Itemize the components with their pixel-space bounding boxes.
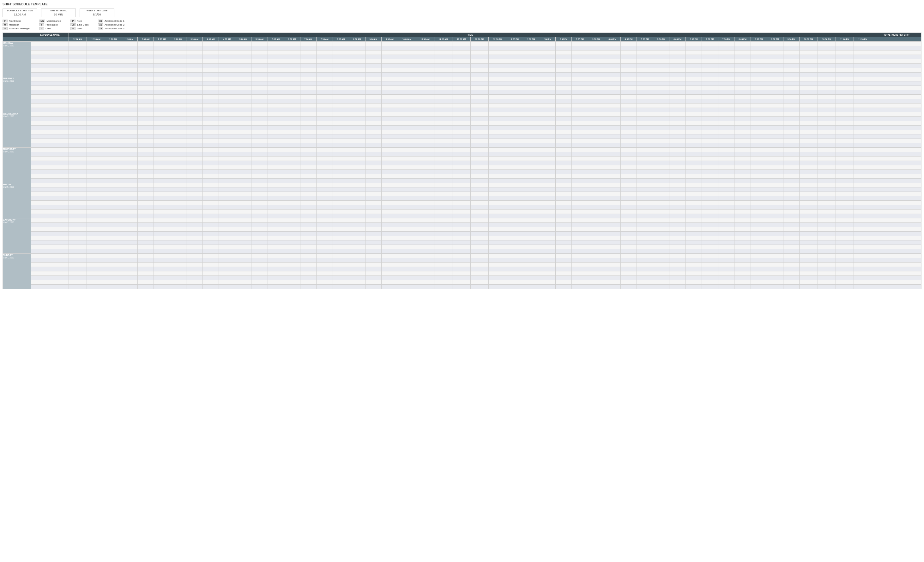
time-slot-cell[interactable] [235, 73, 251, 77]
time-slot-cell[interactable] [783, 99, 799, 103]
time-slot-cell[interactable] [539, 90, 555, 95]
time-slot-cell[interactable] [121, 108, 137, 112]
time-slot-cell[interactable] [489, 276, 507, 280]
time-slot-cell[interactable] [767, 192, 783, 196]
time-slot-cell[interactable] [398, 77, 416, 81]
time-slot-cell[interactable] [818, 126, 836, 130]
time-slot-cell[interactable] [539, 187, 555, 192]
time-slot-cell[interactable] [818, 249, 836, 254]
time-slot-cell[interactable] [170, 170, 186, 174]
time-slot-cell[interactable] [604, 218, 620, 223]
time-slot-cell[interactable] [604, 271, 620, 276]
time-slot-cell[interactable] [653, 209, 669, 214]
time-slot-cell[interactable] [686, 263, 702, 267]
time-slot-cell[interactable] [751, 196, 766, 201]
time-slot-cell[interactable] [718, 108, 734, 112]
time-slot-cell[interactable] [137, 99, 153, 103]
time-slot-cell[interactable] [818, 227, 836, 232]
time-slot-cell[interactable] [588, 81, 604, 86]
time-slot-cell[interactable] [470, 271, 488, 276]
time-slot-cell[interactable] [751, 280, 766, 285]
time-slot-cell[interactable] [572, 148, 588, 152]
time-slot-cell[interactable] [452, 192, 471, 196]
time-slot-cell[interactable] [836, 81, 854, 86]
time-slot-cell[interactable] [751, 223, 766, 227]
time-slot-cell[interactable] [470, 77, 488, 81]
time-slot-cell[interactable] [235, 276, 251, 280]
time-slot-cell[interactable] [718, 232, 734, 236]
time-slot-cell[interactable] [604, 152, 620, 157]
time-slot-cell[interactable] [235, 209, 251, 214]
time-slot-cell[interactable] [154, 241, 170, 245]
time-slot-cell[interactable] [702, 99, 718, 103]
time-slot-cell[interactable] [489, 86, 507, 90]
time-slot-cell[interactable] [507, 135, 523, 139]
time-slot-cell[interactable] [333, 201, 349, 205]
time-slot-cell[interactable] [470, 205, 488, 209]
time-slot-cell[interactable] [539, 201, 555, 205]
time-slot-cell[interactable] [398, 81, 416, 86]
time-slot-cell[interactable] [300, 179, 316, 183]
time-slot-cell[interactable] [349, 205, 365, 209]
time-slot-cell[interactable] [818, 179, 836, 183]
time-slot-cell[interactable] [154, 245, 170, 249]
time-slot-cell[interactable] [702, 86, 718, 90]
time-slot-cell[interactable] [751, 139, 766, 143]
time-slot-cell[interactable] [316, 280, 333, 285]
time-slot-cell[interactable] [539, 218, 555, 223]
time-slot-cell[interactable] [735, 280, 751, 285]
time-slot-cell[interactable] [416, 285, 434, 289]
time-slot-cell[interactable] [137, 126, 153, 130]
time-slot-cell[interactable] [87, 95, 105, 99]
time-slot-cell[interactable] [300, 117, 316, 121]
time-slot-cell[interactable] [653, 135, 669, 139]
time-slot-cell[interactable] [783, 174, 799, 179]
time-slot-cell[interactable] [836, 73, 854, 77]
time-slot-cell[interactable] [818, 103, 836, 108]
time-slot-cell[interactable] [800, 68, 818, 73]
time-slot-cell[interactable] [489, 263, 507, 267]
time-slot-cell[interactable] [87, 192, 105, 196]
time-slot-cell[interactable] [702, 174, 718, 179]
employee-name-cell[interactable] [31, 271, 69, 276]
time-slot-cell[interactable] [620, 165, 636, 170]
time-slot-cell[interactable] [637, 232, 653, 236]
time-slot-cell[interactable] [202, 95, 219, 99]
time-slot-cell[interactable] [669, 68, 686, 73]
time-slot-cell[interactable] [637, 241, 653, 245]
time-slot-cell[interactable] [186, 205, 202, 209]
time-slot-cell[interactable] [87, 86, 105, 90]
time-slot-cell[interactable] [382, 161, 398, 165]
time-slot-cell[interactable] [507, 196, 523, 201]
time-slot-cell[interactable] [470, 249, 488, 254]
time-slot-cell[interactable] [186, 135, 202, 139]
time-slot-cell[interactable] [219, 59, 235, 64]
time-slot-cell[interactable] [507, 280, 523, 285]
time-slot-cell[interactable] [333, 112, 349, 117]
time-slot-cell[interactable] [170, 280, 186, 285]
time-slot-cell[interactable] [333, 232, 349, 236]
time-slot-cell[interactable] [202, 117, 219, 121]
time-slot-cell[interactable] [767, 81, 783, 86]
time-slot-cell[interactable] [202, 245, 219, 249]
time-slot-cell[interactable] [284, 68, 300, 73]
time-slot-cell[interactable] [637, 271, 653, 276]
time-slot-cell[interactable] [489, 95, 507, 99]
time-slot-cell[interactable] [489, 51, 507, 55]
time-slot-cell[interactable] [523, 174, 539, 179]
time-slot-cell[interactable] [202, 258, 219, 263]
time-slot-cell[interactable] [702, 183, 718, 187]
time-slot-cell[interactable] [121, 130, 137, 135]
time-slot-cell[interactable] [137, 245, 153, 249]
time-slot-cell[interactable] [137, 148, 153, 152]
time-slot-cell[interactable] [702, 81, 718, 86]
time-slot-cell[interactable] [620, 152, 636, 157]
time-slot-cell[interactable] [604, 73, 620, 77]
time-slot-cell[interactable] [818, 214, 836, 218]
time-slot-cell[interactable] [555, 249, 572, 254]
time-slot-cell[interactable] [434, 223, 452, 227]
time-slot-cell[interactable] [69, 209, 87, 214]
time-slot-cell[interactable] [637, 276, 653, 280]
time-slot-cell[interactable] [653, 77, 669, 81]
time-slot-cell[interactable] [202, 280, 219, 285]
